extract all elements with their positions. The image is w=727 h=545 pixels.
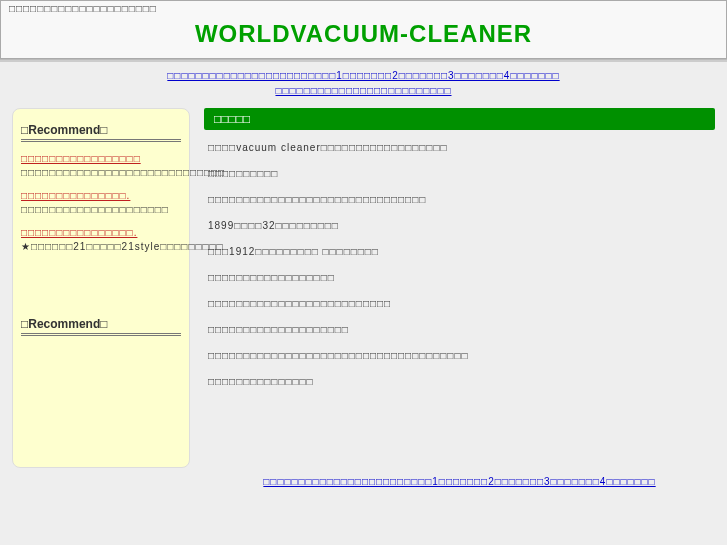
recommend-link[interactable]: □□□□□□□□□□□□□□□. — [21, 190, 130, 201]
sidebar-heading-1: □Recommend□ — [21, 123, 181, 137]
sidebar: □Recommend□ □□□□□□□□□□□□□□□□□ □□□□□□□□□□… — [12, 108, 190, 468]
nav-link-row-1[interactable]: □□□□□□□□□□□□□□□□□□□□□□□□1□□□□□□□2□□□□□□□… — [167, 70, 559, 81]
para: 1899□□□□32□□□□□□□□□ — [208, 218, 711, 234]
nav-link-row-2[interactable]: □□□□□□□□□□□□□□□□□□□□□□□□□ — [275, 85, 451, 96]
para: □□□□□□□□□□□□□□□□□□□□□□□□□□□□□□□ — [208, 192, 711, 208]
nav-link-row-bottom[interactable]: □□□□□□□□□□□□□□□□□□□□□□□□1□□□□□□□2□□□□□□□… — [263, 476, 655, 487]
header-bar: □□□□□□□□□□□□□□□□□□□□□ WORLDVACUUM-CLEANE… — [0, 0, 727, 59]
para: □□□1912□□□□□□□□□ □□□□□□□□ — [208, 244, 711, 260]
recommend-desc: ★□□□□□□21□□□□□21style□□□□□□□□□ — [21, 241, 224, 252]
sidebar-rule — [21, 333, 181, 336]
recommend-link[interactable]: □□□□□□□□□□□□□□□□. — [21, 227, 137, 238]
recommend-desc: □□□□□□□□□□□□□□□□□□□□□ — [21, 204, 169, 215]
para: □□□□□□□□□□ — [208, 166, 711, 182]
article-body: □□□□vacuum cleaner□□□□□□□□□□□□□□□□□□ □□□… — [204, 130, 715, 390]
para: □□□□□□□□□□□□□□□□□□□□□□□□□□ — [208, 296, 711, 312]
sidebar-rule — [21, 139, 181, 142]
para: □□□□vacuum cleaner□□□□□□□□□□□□□□□□□□ — [208, 140, 711, 156]
recommend-item: □□□□□□□□□□□□□□□□□ □□□□□□□□□□□□□□□□□□□□□□… — [21, 152, 181, 179]
sidebar-heading-2: □Recommend□ — [21, 317, 181, 331]
recommend-item: □□□□□□□□□□□□□□□. □□□□□□□□□□□□□□□□□□□□□ — [21, 189, 181, 216]
bottom-nav: □□□□□□□□□□□□□□□□□□□□□□□□1□□□□□□□2□□□□□□□… — [204, 470, 715, 499]
para: □□□□□□□□□□□□□□□□□□□□ — [208, 322, 711, 338]
top-nav: □□□□□□□□□□□□□□□□□□□□□□□□1□□□□□□□2□□□□□□□… — [0, 62, 727, 108]
para: □□□□□□□□□□□□□□□□□□□□□□□□□□□□□□□□□□□□□ — [208, 348, 711, 364]
site-title: WORLDVACUUM-CLEANER — [9, 14, 718, 58]
recommend-desc: □□□□□□□□□□□□□□□□□□□□□□□□□□□□□ — [21, 167, 225, 178]
para: □□□□□□□□□□□□□□□ — [208, 374, 711, 390]
recommend-item: □□□□□□□□□□□□□□□□. ★□□□□□□21□□□□□21style□… — [21, 226, 181, 253]
para: □□□□□□□□□□□□□□□□□□ — [208, 270, 711, 286]
header-subtitle: □□□□□□□□□□□□□□□□□□□□□ — [9, 3, 718, 14]
section-title-bar: □□□□□ — [204, 108, 715, 130]
recommend-link[interactable]: □□□□□□□□□□□□□□□□□ — [21, 153, 141, 164]
main-content: □□□□□ □□□□vacuum cleaner□□□□□□□□□□□□□□□□… — [204, 108, 715, 499]
